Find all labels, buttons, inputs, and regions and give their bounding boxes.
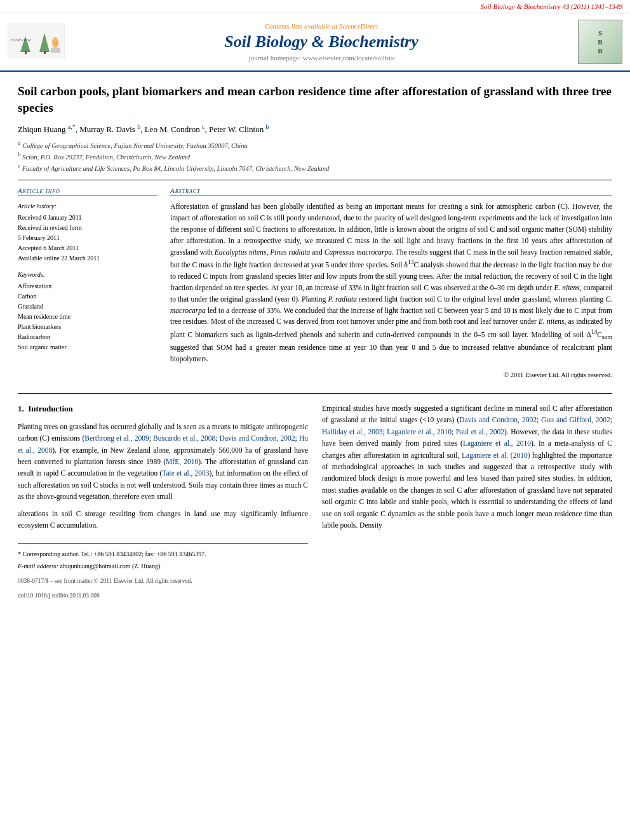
new-zealand-text: New [111, 446, 124, 454]
ref-halliday: Halliday et al., 2003 [322, 428, 382, 436]
article-info-heading: Article info [18, 187, 158, 196]
body-col-left: 1. Introduction Planting trees on grassl… [18, 403, 308, 601]
keyword-2: Carbon [18, 291, 158, 302]
ref-paul: Paul et al., 2002 [456, 428, 504, 436]
ref-guo: Guo and Gifford, 2002 [541, 416, 610, 423]
body-col-right: Empirical studies have mostly suggested … [322, 403, 612, 601]
keyword-3: Grassland [18, 302, 158, 312]
body-two-col: 1. Introduction Planting trees on grassl… [18, 403, 612, 601]
copyright-notice: © 2011 Elsevier Ltd. All rights reserved… [170, 370, 612, 380]
affiliation-c: Faculty of Agriculture and Life Sciences… [22, 165, 330, 172]
ref-laganiere2: Laganiere et al., 2010 [463, 439, 531, 447]
history-revised-label: Received in revised form [18, 223, 158, 233]
svg-rect-8 [51, 48, 60, 53]
svg-point-7 [53, 37, 57, 42]
intro-p2: Empirical studies have mostly suggested … [322, 403, 612, 531]
abstract-text: Afforestation of grassland has been glob… [170, 201, 612, 380]
intro-p1-continued: alterations in soil C storage resulting … [18, 508, 308, 531]
ref-davis-condron: Davis and Condron, 2002 [220, 434, 295, 442]
article-title: Soil carbon pools, plant biomarkers and … [18, 83, 612, 116]
history-title: Article history: [18, 201, 158, 211]
keyword-4: Mean residence time [18, 312, 158, 322]
keyword-1: Afforestation [18, 281, 158, 291]
article-info-column: Article info Article history: Received 6… [18, 187, 158, 380]
abstract-paragraph: Afforestation of grassland has been glob… [170, 201, 612, 364]
sciencedirect-prefix: Contents lists available at [265, 22, 339, 30]
journal-citation-bar: Soil Biology & Biochemistry 43 (2011) 13… [0, 0, 630, 13]
history-received: Received 6 January 2011 [18, 213, 158, 223]
article-history: Article history: Received 6 January 2011… [18, 201, 158, 263]
journal-header: ELSEVIER Contents lists available at Sci… [0, 13, 630, 72]
affiliation-a: College of Geographical Science, Fujian … [22, 142, 248, 149]
intro-p1: Planting trees on grassland has occurred… [18, 421, 308, 503]
sciencedirect-name[interactable]: ScienceDirect [339, 22, 378, 30]
ref-buscardo: Buscardo et al., 2008 [153, 434, 215, 442]
journal-citation-text: Soil Biology & Biochemistry 43 (2011) 13… [481, 3, 622, 10]
history-online: Available online 22 March 2011 [18, 253, 158, 263]
keyword-7: Soil organic matter [18, 342, 158, 352]
article-content: Soil carbon pools, plant biomarkers and … [0, 72, 630, 613]
keywords-section: Keywords: Afforestation Carbon Grassland… [18, 270, 158, 352]
authors-line: Zhiqun Huang a,*, Murray R. Davis b, Leo… [18, 123, 612, 135]
elsevier-logo: ELSEVIER [8, 23, 65, 61]
footnote-email: E-mail address: zhiqunhuang@hotmail.com … [18, 561, 308, 571]
ref-berthrong: Berthrong et al., 2009 [84, 434, 149, 442]
affiliation-b: Scion, P.O. Box 29237, Fendalton, Christ… [22, 153, 190, 160]
footer-doi: doi:10.1016/j.soilbio.2011.03.008 [18, 591, 308, 601]
keyword-5: Plant biomarkers [18, 322, 158, 332]
history-accepted: Accepted 6 March 2011 [18, 243, 158, 253]
ref-tate: Tate et al., 2003 [162, 469, 209, 477]
ref-mfe: MfE, 2010 [166, 458, 198, 465]
ref-laganiere: Laganiere et al., 2010 [387, 428, 452, 436]
showed-text: showed [446, 261, 468, 269]
ref-laganiere3: Laganiere et al. (2010) [462, 451, 530, 459]
svg-rect-4 [25, 51, 27, 54]
ref-davis-condron2: Davis and Condron, 2002 [459, 416, 537, 423]
svg-rect-5 [44, 51, 46, 54]
svg-text:ELSEVIER: ELSEVIER [10, 37, 31, 43]
sciencedirect-line: Contents lists available at ScienceDirec… [75, 22, 568, 30]
divider-1 [18, 180, 612, 180]
homepage-link: journal homepage: www.elsevier.com/locat… [75, 54, 568, 62]
article-footer: * Corresponding author. Tel.: +86 591 83… [18, 543, 308, 601]
sbb-logo: SBB [578, 20, 622, 64]
affiliations: a College of Geographical Science, Fujia… [18, 139, 612, 174]
body-section: 1. Introduction Planting trees on grassl… [18, 393, 612, 601]
abstract-heading: Abstract [170, 187, 612, 196]
history-revised-date: 5 February 2011 [18, 233, 158, 243]
footer-copyright: 0038-0717/$ – see front matter © 2011 El… [18, 577, 308, 586]
section-1-heading: 1. Introduction [18, 403, 308, 416]
keyword-6: Radiocarbon [18, 332, 158, 342]
article-info-abstract-section: Article info Article history: Received 6… [18, 187, 612, 380]
journal-name-block: Contents lists available at ScienceDirec… [75, 22, 568, 62]
keywords-title: Keywords: [18, 270, 158, 280]
abstract-column: Abstract Afforestation of grassland has … [170, 187, 612, 380]
journal-title: Soil Biology & Biochemistry [75, 32, 568, 51]
footnote-phone: * Corresponding author. Tel.: +86 591 83… [18, 549, 308, 559]
